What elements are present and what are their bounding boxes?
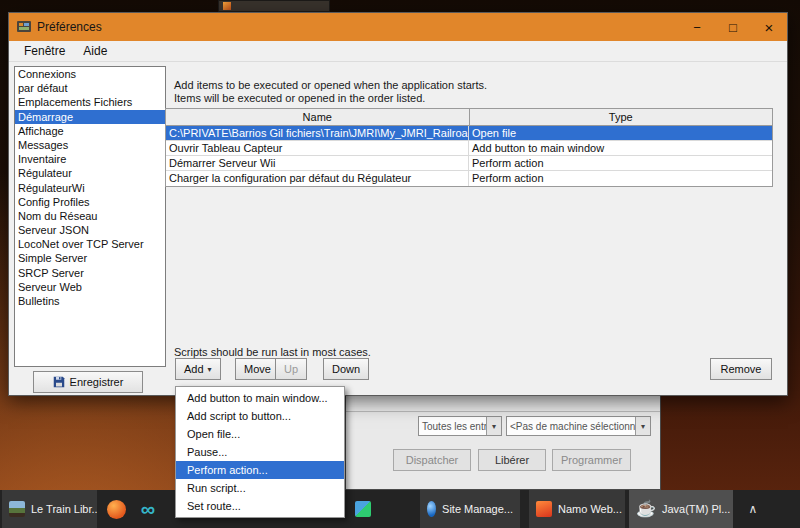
taskbar-app-namo[interactable]: Namo Web... — [529, 490, 625, 528]
close-button[interactable]: × — [751, 13, 787, 41]
preferences-category-list: Connexions par défaut Emplacements Fichi… — [14, 66, 166, 367]
taskbar-infinity-app-button[interactable]: ∞ — [133, 490, 163, 528]
cell-type[interactable]: Open file — [469, 126, 772, 140]
sidebar-item-nom-du-reseau[interactable]: Nom du Réseau — [15, 209, 165, 223]
menu-item-set-route[interactable]: Set route... — [176, 497, 344, 515]
sidebar-item-regulateur[interactable]: Régulateur — [15, 166, 165, 180]
taskbar-app-java[interactable]: ☕ Java(TM) Pl... — [629, 490, 733, 528]
save-button-label: Enregistrer — [70, 376, 124, 388]
taskbar-orange-app-button[interactable] — [102, 490, 130, 528]
table-row[interactable]: Démarrer Serveur Wii Perform action — [166, 156, 772, 171]
cell-type[interactable]: Add button to main window — [469, 141, 772, 155]
cell-name[interactable]: Démarrer Serveur Wii — [166, 156, 469, 170]
window-body: Connexions par défaut Emplacements Fichi… — [9, 62, 787, 395]
maximize-button[interactable]: □ — [715, 13, 751, 41]
intro-line-1: Add items to be executed or opened when … — [174, 79, 487, 91]
startup-panel: Add items to be executed or opened when … — [165, 62, 778, 395]
menu-item-run-script[interactable]: Run script... — [176, 479, 344, 497]
startup-items-table: Name Type C:\PRIVATE\Barrios Gil fichier… — [165, 108, 773, 187]
cell-name[interactable]: Ouvrir Tableau Capteur — [166, 141, 469, 155]
machine-select-combobox[interactable]: <Pas de machine sélectionnée> ▾ — [506, 416, 651, 436]
menu-fenetre[interactable]: Fenêtre — [15, 42, 74, 60]
table-row[interactable]: C:\PRIVATE\Barrios Gil fichiers\Train\JM… — [166, 126, 772, 141]
orange-circle-app-icon — [107, 500, 126, 519]
chevron-up-icon: ∧ — [749, 502, 758, 516]
menu-item-add-script-to-button[interactable]: Add script to button... — [176, 407, 344, 425]
sidebar-item-emplacements-fichiers[interactable]: Emplacements Fichiers — [15, 95, 165, 109]
globe-icon — [427, 501, 436, 517]
cell-name[interactable]: C:\PRIVATE\Barrios Gil fichiers\Train\JM… — [166, 126, 469, 140]
sidebar-item-loconet-over-tcp[interactable]: LocoNet over TCP Server — [15, 237, 165, 251]
menu-item-perform-action[interactable]: Perform action... — [176, 461, 344, 479]
train-app-icon — [9, 501, 25, 517]
menu-aide[interactable]: Aide — [74, 42, 116, 60]
menu-item-open-file[interactable]: Open file... — [176, 425, 344, 443]
intro-line-2: Items will be executed or opened in the … — [174, 92, 425, 104]
sidebar-item-demarrage[interactable]: Démarrage — [15, 110, 165, 124]
combo-arrow-icon[interactable]: ▾ — [486, 417, 501, 435]
sidebar-item-inventaire[interactable]: Inventaire — [15, 152, 165, 166]
save-icon — [53, 376, 65, 388]
sidebar-item-serveur-web[interactable]: Serveur Web — [15, 280, 165, 294]
menubar: Fenêtre Aide — [9, 41, 787, 62]
tray-overflow-button[interactable]: ∧ — [742, 490, 764, 528]
entries-filter-value: Toutes les entrées — [419, 421, 486, 432]
namo-icon — [536, 501, 552, 517]
sidebar-item-bulletins[interactable]: Bulletins — [15, 294, 165, 308]
sidebar-item-simple-server[interactable]: Simple Server — [15, 251, 165, 265]
table-row[interactable]: Ouvrir Tableau Capteur Add button to mai… — [166, 141, 772, 156]
sidebar-item-serveur-json[interactable]: Serveur JSON — [15, 223, 165, 237]
machine-select-value: <Pas de machine sélectionnée> — [507, 421, 635, 432]
minimize-button[interactable]: − — [679, 13, 715, 41]
menu-item-add-button-to-main-window[interactable]: Add button to main window... — [176, 389, 344, 407]
sidebar-item-srcp-server[interactable]: SRCP Server — [15, 266, 165, 280]
sidebar-item-connexions[interactable]: Connexions — [15, 67, 165, 81]
sidebar-item-messages[interactable]: Messages — [15, 138, 165, 152]
table-row[interactable]: Charger la configuration par défaut du R… — [166, 171, 772, 186]
menu-item-pause[interactable]: Pause... — [176, 443, 344, 461]
cell-type[interactable]: Perform action — [469, 156, 772, 170]
programmer-button[interactable]: Programmer — [552, 449, 631, 471]
add-dropdown-menu: Add button to main window... Add script … — [175, 386, 345, 518]
sidebar-item-config-profiles[interactable]: Config Profiles — [15, 195, 165, 209]
fragment-app-icon — [223, 2, 231, 10]
cell-type[interactable]: Perform action — [469, 171, 772, 186]
app-icon — [17, 20, 31, 34]
taskbar-app-le-train[interactable]: Le Train Libr... — [2, 490, 97, 528]
titlebar[interactable]: Préférences − □ × — [9, 13, 787, 41]
move-button[interactable]: Move — [235, 358, 280, 380]
save-button[interactable]: Enregistrer — [33, 371, 143, 393]
taskbar-app-label: Java(TM) Pl... — [662, 503, 730, 515]
generic-app-icon — [355, 501, 371, 517]
dropdown-arrow-icon: ▾ — [208, 365, 212, 374]
table-header: Name Type — [166, 109, 772, 126]
remove-button[interactable]: Remove — [710, 358, 772, 380]
taskbar-app-label: Site Manage... — [442, 503, 513, 515]
cell-name[interactable]: Charger la configuration par défaut du R… — [166, 171, 469, 186]
entries-filter-combobox[interactable]: Toutes les entrées ▾ — [418, 416, 502, 436]
down-button[interactable]: Down — [323, 358, 369, 380]
combo-arrow-icon[interactable]: ▾ — [635, 417, 650, 435]
dispatcher-button[interactable]: Dispatcher — [393, 449, 471, 471]
up-button[interactable]: Up — [275, 358, 307, 380]
taskbar: Le Train Libr... ∞ Site Manage... Namo W… — [0, 490, 800, 528]
sidebar-item-par-defaut[interactable]: par défaut — [15, 81, 165, 95]
java-icon: ☕ — [636, 501, 656, 517]
add-button-label: Add — [184, 363, 204, 375]
add-button[interactable]: Add ▾ — [175, 358, 221, 380]
column-header-type[interactable]: Type — [470, 109, 773, 125]
preferences-window: Préférences − □ × Fenêtre Aide Connexion… — [8, 12, 788, 396]
taskbar-app-button-2[interactable] — [350, 490, 376, 528]
sidebar-item-affichage[interactable]: Affichage — [15, 124, 165, 138]
window-title: Préférences — [37, 20, 102, 34]
background-window-top-fragment — [218, 0, 330, 12]
liberer-button[interactable]: Libérer — [478, 449, 546, 471]
taskbar-app-label: Le Train Libr... — [31, 503, 97, 515]
sidebar-item-regulateurwi[interactable]: RégulateurWi — [15, 181, 165, 195]
background-window: Toutes les entrées ▾ <Pas de machine sél… — [345, 393, 661, 490]
taskbar-app-site-manager[interactable]: Site Manage... — [420, 490, 520, 528]
button-row: Add ▾ Move Up Down Remove — [165, 358, 778, 382]
background-window-strip — [346, 394, 660, 412]
scripts-note: Scripts should be run last in most cases… — [174, 346, 371, 358]
column-header-name[interactable]: Name — [166, 109, 470, 125]
